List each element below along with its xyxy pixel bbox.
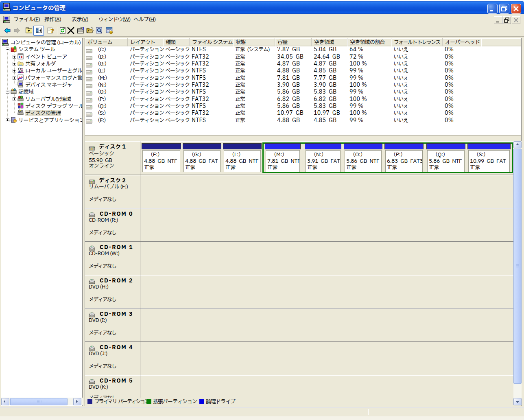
svg-text:?: ?: [50, 27, 54, 34]
